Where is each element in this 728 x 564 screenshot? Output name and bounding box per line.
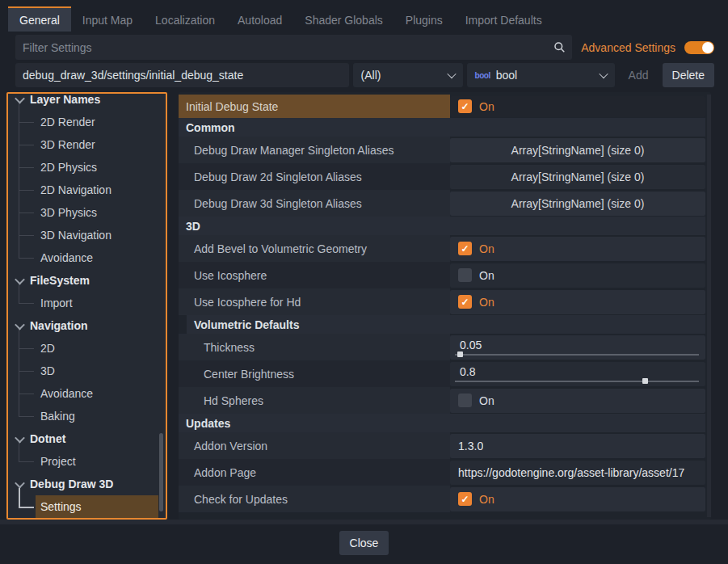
- tree-group-label: FileSystem: [30, 274, 90, 287]
- tab-import-defaults[interactable]: Import Defaults: [454, 6, 553, 32]
- tree-children: Project: [8, 450, 166, 473]
- checkbox-unchecked[interactable]: [458, 268, 472, 282]
- on-label: On: [479, 296, 494, 309]
- property-label: Addon Page: [179, 459, 450, 486]
- tree-group-layer-names[interactable]: Layer Names: [8, 92, 166, 111]
- on-label: On: [479, 394, 494, 407]
- property-value: On: [450, 387, 711, 414]
- delete-button[interactable]: Delete: [663, 63, 714, 87]
- tab-bar: GeneralInput MapLocalizationAutoloadShad…: [8, 6, 728, 32]
- tab-general[interactable]: General: [8, 6, 71, 32]
- property-value: Array[StringName] (size 0): [450, 137, 711, 163]
- spin-slider[interactable]: 0.8: [450, 362, 705, 386]
- chevron-down-icon[interactable]: [15, 274, 25, 284]
- property-row-addon-version: Addon Version1.3.0: [179, 432, 711, 459]
- property-label: Debug Draw 3d Singleton Aliases: [179, 190, 450, 217]
- slider-grabber[interactable]: [457, 351, 463, 357]
- property-value: ✓On: [450, 95, 711, 118]
- chevron-down-icon: [447, 69, 456, 78]
- tree-item-avoidance[interactable]: Avoidance: [8, 246, 166, 269]
- tree-item-settings[interactable]: Settings: [8, 495, 166, 518]
- chevron-down-icon[interactable]: [15, 319, 25, 330]
- tab-plugins[interactable]: Plugins: [394, 6, 454, 32]
- tree-item-avoidance[interactable]: Avoidance: [8, 382, 166, 405]
- tree-item-label: Project: [36, 450, 158, 473]
- property-label: Debug Draw 2d Singleton Aliases: [179, 163, 450, 190]
- checkbox-checked[interactable]: ✓: [458, 242, 472, 255]
- category-dropdown[interactable]: (All): [353, 63, 463, 87]
- property-path-input[interactable]: [15, 63, 349, 87]
- bool-editor: On: [450, 389, 705, 413]
- chevron-down-icon: [599, 69, 608, 78]
- tree-children: Import: [8, 292, 166, 314]
- tree-item-label: Baking: [36, 405, 158, 427]
- property-label: Add Bevel to Volumetric Geometry: [179, 235, 450, 262]
- filter-input-wrap: [15, 35, 572, 60]
- tree-item-label: 2D Navigation: [36, 179, 158, 201]
- section-header-volumetric-defaults: Volumetric Defaults: [187, 315, 705, 334]
- tree-item-2d-physics[interactable]: 2D Physics: [8, 156, 166, 179]
- slider-track: [455, 354, 699, 356]
- tree-group-debug-draw-3d[interactable]: Debug Draw 3D: [8, 473, 166, 495]
- property-label: Check for Updates: [179, 486, 450, 512]
- tree-item-baking[interactable]: Baking: [8, 405, 166, 427]
- tree-group-filesystem[interactable]: FileSystem: [8, 269, 166, 292]
- bool-editor: ✓On: [450, 487, 705, 511]
- tab-input-map[interactable]: Input Map: [71, 6, 144, 32]
- tab-localization[interactable]: Localization: [144, 6, 226, 32]
- checkbox-checked[interactable]: ✓: [458, 295, 472, 309]
- slider-track: [455, 381, 699, 382]
- tree-item-3d-render[interactable]: 3D Render: [8, 133, 166, 156]
- close-button[interactable]: Close: [339, 531, 389, 555]
- tree-item-label: 3D Physics: [36, 201, 158, 224]
- tree-item-label: 3D Render: [36, 133, 158, 156]
- tab-autoload[interactable]: Autoload: [226, 6, 293, 32]
- tree-item-3d-physics[interactable]: 3D Physics: [8, 201, 166, 224]
- slider-grabber[interactable]: [642, 378, 648, 384]
- tree-children: 2D Render3D Render2D Physics2D Navigatio…: [8, 111, 166, 269]
- property-row-debug-draw-3d-singleton-aliases: Debug Draw 3d Singleton AliasesArray[Str…: [179, 190, 711, 217]
- spin-slider[interactable]: 0.05: [450, 335, 705, 360]
- chevron-down-icon[interactable]: [15, 93, 25, 103]
- tree-item-label: 2D: [36, 337, 158, 360]
- array-value-button[interactable]: Array[StringName] (size 0): [450, 165, 705, 189]
- checkbox-checked[interactable]: ✓: [458, 492, 472, 506]
- tree-item-import[interactable]: Import: [8, 292, 166, 314]
- tree-children: Settings: [8, 495, 166, 518]
- checkbox-unchecked[interactable]: [458, 394, 472, 407]
- chevron-down-icon[interactable]: [15, 478, 25, 488]
- slider-value: 0.05: [460, 339, 482, 351]
- text-editor[interactable]: https://godotengine.org/asset-library/as…: [450, 461, 705, 485]
- tree-item-2d[interactable]: 2D: [8, 337, 166, 360]
- tree-item-project[interactable]: Project: [8, 450, 166, 473]
- checkbox-checked[interactable]: ✓: [458, 99, 472, 113]
- property-value: ✓On: [450, 288, 711, 315]
- chevron-down-icon[interactable]: [15, 432, 25, 443]
- tab-shader-globals[interactable]: Shader Globals: [293, 6, 394, 32]
- tree-item-3d-navigation[interactable]: 3D Navigation: [8, 224, 166, 246]
- filter-settings-input[interactable]: [15, 35, 572, 60]
- bool-editor: ✓On: [450, 96, 705, 117]
- tree-item-label: Import: [36, 292, 158, 314]
- toggle-knob: [702, 42, 713, 53]
- tree-item-label: 2D Render: [36, 111, 158, 133]
- tree-group-navigation[interactable]: Navigation: [8, 314, 166, 337]
- type-dropdown[interactable]: bool bool: [467, 63, 615, 87]
- sidebar-scrollbar-thumb[interactable]: [159, 433, 163, 511]
- tree-group-dotnet[interactable]: Dotnet: [8, 427, 166, 450]
- tree-item-2d-navigation[interactable]: 2D Navigation: [8, 179, 166, 201]
- tree-group-label: Navigation: [30, 319, 88, 332]
- text-value: https://godotengine.org/asset-library/as…: [458, 466, 684, 479]
- tree-item-3d[interactable]: 3D: [8, 360, 166, 382]
- advanced-settings-toggle[interactable]: [684, 41, 714, 54]
- add-button[interactable]: Add: [619, 63, 659, 87]
- property-label: Initial Debug State: [179, 95, 450, 118]
- tree-item-2d-render[interactable]: 2D Render: [8, 111, 166, 133]
- filter-row: Advanced Settings: [15, 35, 714, 60]
- array-value-button[interactable]: Array[StringName] (size 0): [450, 138, 705, 162]
- property-label: Debug Draw Manager Singleton Aliases: [179, 137, 450, 163]
- tree-item-label: Settings: [36, 495, 158, 518]
- property-row-initial-debug-state: Initial Debug State✓On: [179, 95, 711, 118]
- text-editor[interactable]: 1.3.0: [450, 434, 705, 458]
- array-value-button[interactable]: Array[StringName] (size 0): [450, 192, 705, 216]
